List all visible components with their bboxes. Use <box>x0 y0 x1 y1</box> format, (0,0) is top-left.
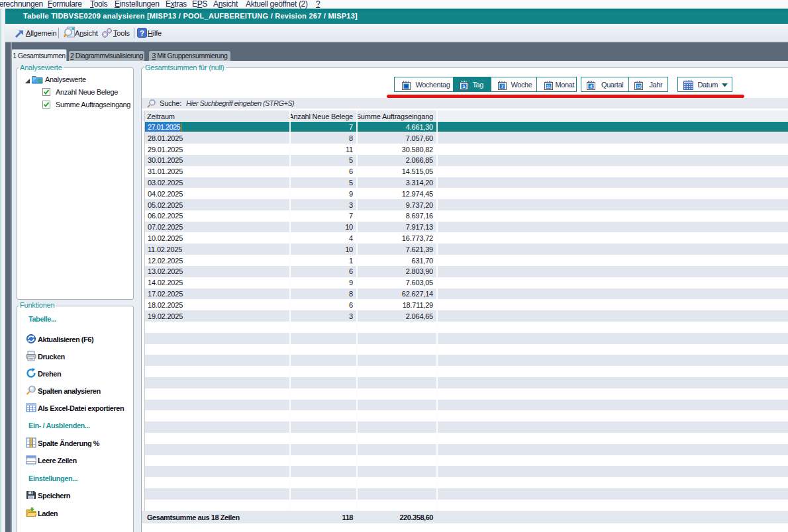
svg-text:?: ? <box>140 29 144 37</box>
svg-text:7: 7 <box>501 83 503 89</box>
svg-text:31: 31 <box>546 84 551 88</box>
svg-text:1: 1 <box>462 83 465 89</box>
svg-text:12: 12 <box>636 84 641 88</box>
